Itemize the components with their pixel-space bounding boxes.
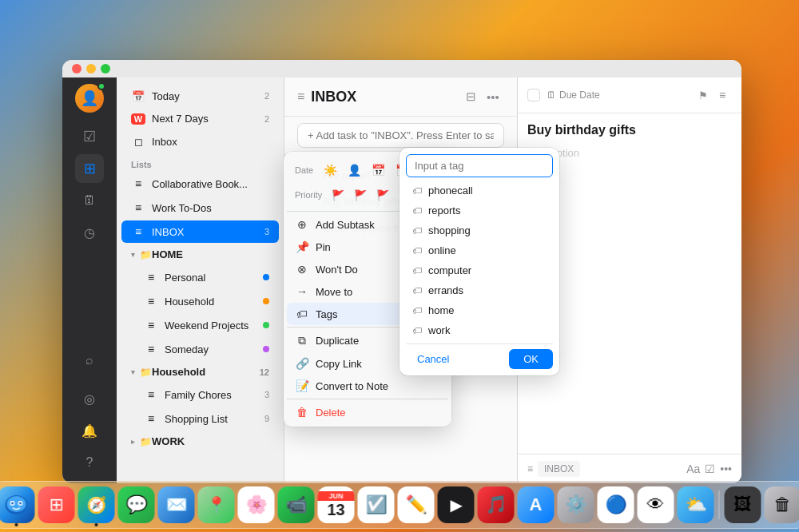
family-chores-icon: ≡ <box>144 387 158 402</box>
tag-item-home[interactable]: 🏷 home <box>406 300 553 320</box>
weekend-label: Weekend Projects <box>165 320 260 332</box>
systemprefs-dock-icon[interactable]: ⚙️ <box>558 486 594 523</box>
weekend-list-icon: ≡ <box>144 318 158 332</box>
facetime-dock-icon[interactable]: 📹 <box>278 486 315 523</box>
detail-text-format-btn[interactable]: Aa <box>686 463 700 475</box>
sidebar-icon-checklist[interactable]: ☑ <box>75 122 104 151</box>
finder-icon[interactable] <box>0 486 35 523</box>
preview-dock-icon[interactable]: 👁 <box>638 486 674 523</box>
tag-icon-errands: 🏷 <box>412 285 422 296</box>
detail-more-btn[interactable]: ••• <box>720 463 732 475</box>
sidebar-icon-clock[interactable]: ◷ <box>75 218 104 247</box>
tag-item-shopping[interactable]: 🏷 shopping <box>406 220 553 240</box>
close-button[interactable] <box>72 64 81 73</box>
detail-flag-btn[interactable]: ⚑ <box>694 85 713 105</box>
appstore-dock-icon[interactable]: A <box>518 486 555 523</box>
sidebar-icon-grid[interactable]: ⊞ <box>75 154 104 183</box>
tag-item-computer[interactable]: 🏷 computer <box>406 260 553 280</box>
sidebar-icon-settings[interactable]: ◎ <box>75 384 104 413</box>
detail-due-date[interactable]: 🗓 Due Date <box>547 89 600 101</box>
shopping-list-icon: ≡ <box>144 411 158 426</box>
sidebar-item-weekend-projects[interactable]: ≡ Weekend Projects <box>121 314 279 336</box>
date-today-btn[interactable]: ☀️ <box>320 160 340 181</box>
tag-search-input[interactable] <box>406 154 553 177</box>
tag-label-shopping: shopping <box>428 224 471 236</box>
work-chevron: ▸ <box>131 438 135 446</box>
tag-item-work[interactable]: 🏷 work <box>406 320 553 340</box>
sidebar-item-work-todos[interactable]: ≡ Work To-Dos <box>121 197 279 219</box>
priority-high-btn[interactable]: 🚩 <box>328 185 348 204</box>
photos-folder-dock-icon[interactable]: 🖼 <box>725 486 761 523</box>
reminders-dock-icon[interactable]: ☑️ <box>358 486 395 523</box>
group-home-header[interactable]: ▾ 📁 HOME <box>121 244 279 264</box>
menu-item-convert-to-note[interactable]: 📝 Convert to Note <box>287 375 448 397</box>
main-filter-btn[interactable]: ⊟ <box>459 85 482 108</box>
avatar[interactable]: 👤 <box>75 84 104 113</box>
shopping-list-count: 9 <box>264 414 269 423</box>
tag-icon-home: 🏷 <box>412 305 422 316</box>
sidebar-item-inbox[interactable]: ◻ Inbox <box>121 130 279 153</box>
convert-icon: 📝 <box>295 379 309 392</box>
sidebar-item-next7days[interactable]: W Next 7 Days 2 <box>121 109 279 129</box>
maps-dock-icon[interactable]: 📍 <box>198 486 235 523</box>
tag-item-online[interactable]: 🏷 online <box>406 240 553 260</box>
priority-low-btn[interactable]: 🚩 <box>373 185 392 204</box>
messages-dock-icon[interactable]: 💬 <box>118 486 155 523</box>
trash-dock-icon[interactable]: 🗑 <box>765 486 800 523</box>
sidebar-icon-help[interactable]: ? <box>75 448 104 477</box>
detail-task-checkbox[interactable] <box>527 89 540 101</box>
sidebar-item-today[interactable]: 📅 Today 2 <box>121 85 279 107</box>
calendar-dock-icon[interactable]: JUN 13 <box>318 486 355 523</box>
sidebar-item-someday[interactable]: ≡ Someday <box>121 338 279 360</box>
detail-checklist-btn[interactable]: ☑ <box>705 463 715 475</box>
priority-med-btn[interactable]: 🚩 <box>351 185 370 204</box>
detail-menu-btn[interactable]: ≡ <box>713 85 732 105</box>
tag-item-phonecall[interactable]: 🏷 phonecall <box>406 181 553 200</box>
mail-dock-icon[interactable]: ✉️ <box>158 486 195 523</box>
group-household-header[interactable]: ▾ 📁 Household 12 <box>121 362 279 382</box>
group-work-header[interactable]: ▸ 📁 WORK <box>121 431 279 451</box>
music-dock-icon[interactable]: 🎵 <box>478 486 515 523</box>
sidebar-item-collaborative-book[interactable]: ≡ Collaborative Book... <box>121 173 279 195</box>
tag-popup: 🏷 phonecall 🏷 reports 🏷 shopping 🏷 onlin… <box>400 148 559 375</box>
tag-ok-button[interactable]: OK <box>509 349 553 369</box>
today-icon: 📅 <box>131 89 145 103</box>
launchpad-dock-icon[interactable]: ⊞ <box>38 486 75 523</box>
menu-divider-3 <box>287 399 448 399</box>
main-more-btn[interactable]: ••• <box>482 85 504 108</box>
date-person-btn[interactable]: 👤 <box>344 160 364 181</box>
freeform-dock-icon[interactable]: ✏️ <box>398 486 435 523</box>
household-group-count: 12 <box>260 367 269 377</box>
personal-list-icon: ≡ <box>144 270 158 284</box>
chrome-dock-icon[interactable]: 🔵 <box>598 486 634 523</box>
date-cal1-btn[interactable]: 📅 <box>368 160 388 181</box>
household-group-label: Household <box>152 366 260 378</box>
tag-label-computer: computer <box>428 264 471 276</box>
date-label: Date <box>295 165 313 175</box>
sidebar-icon-bell[interactable]: 🔔 <box>75 416 104 445</box>
appletv-dock-icon[interactable]: ▶ <box>438 486 475 523</box>
sidebar-item-household[interactable]: ≡ Household <box>121 290 279 312</box>
weather-dock-icon[interactable]: ⛅ <box>678 486 714 523</box>
add-task-input[interactable] <box>297 123 504 148</box>
photos-dock-icon[interactable]: 🌸 <box>238 486 275 523</box>
tag-label-work: work <box>428 324 450 336</box>
menu-item-delete[interactable]: 🗑 Delete <box>287 401 448 423</box>
sidebar-item-inbox-list[interactable]: ≡ INBOX 3 <box>121 220 279 243</box>
maximize-button[interactable] <box>101 64 110 73</box>
tag-cancel-button[interactable]: Cancel <box>406 349 460 369</box>
minimize-button[interactable] <box>86 64 96 73</box>
someday-list-icon: ≡ <box>144 342 158 356</box>
tag-popup-footer: Cancel OK <box>406 343 553 369</box>
sidebar-item-family-chores[interactable]: ≡ Family Chores 3 <box>121 383 279 406</box>
tag-item-reports[interactable]: 🏷 reports <box>406 200 553 220</box>
sidebar-icon-search[interactable]: ⌕ <box>75 346 104 375</box>
sidebar-item-personal[interactable]: ≡ Personal <box>121 266 279 288</box>
tag-item-errands[interactable]: 🏷 errands <box>406 280 553 300</box>
sidebar-icon-calendar[interactable]: 🗓 <box>75 186 104 215</box>
inbox-list-label: INBOX <box>152 226 256 238</box>
safari-dock-icon[interactable]: 🧭 <box>78 486 115 523</box>
due-date-label: Due Date <box>559 89 600 101</box>
delete-label: Delete <box>316 407 440 419</box>
sidebar-item-shopping-list[interactable]: ≡ Shopping List 9 <box>121 407 279 430</box>
